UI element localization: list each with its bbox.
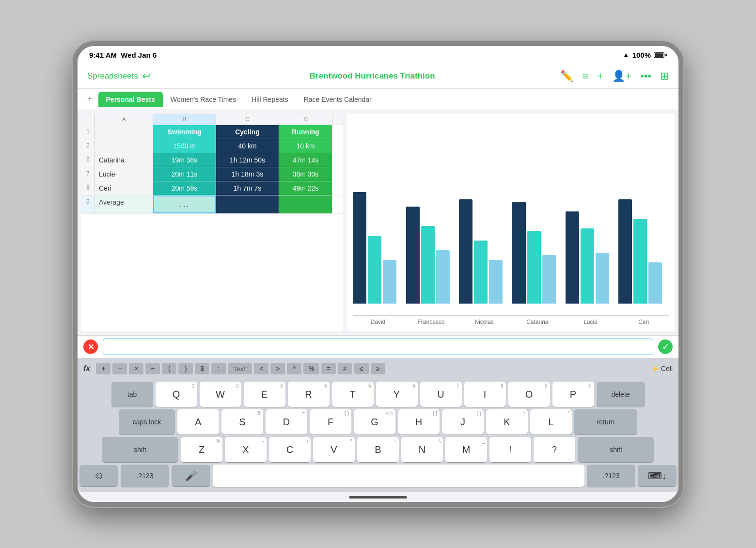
- add-icon[interactable]: +: [597, 70, 603, 82]
- tab-key[interactable]: tab: [111, 382, 153, 407]
- cell-b2[interactable]: 1500 m: [153, 139, 216, 153]
- cell-d2[interactable]: 10 km: [279, 139, 332, 153]
- tab-personal-bests[interactable]: Personal Bests: [98, 92, 163, 107]
- key-question[interactable]: ?: [534, 437, 575, 462]
- emoji-key[interactable]: ☺: [79, 465, 118, 486]
- key-g[interactable]: < > G: [354, 409, 395, 435]
- cell-d9[interactable]: [279, 195, 332, 213]
- cell-b7[interactable]: 20m 11s: [153, 167, 216, 181]
- cell-ref-button[interactable]: ⚡ Cell: [651, 365, 673, 372]
- key-v[interactable]: * V: [313, 437, 355, 462]
- cell-c6[interactable]: 1h 12m 50s: [216, 153, 279, 167]
- key-r[interactable]: 4 R: [288, 382, 330, 407]
- key-e[interactable]: 3 E: [244, 382, 285, 407]
- space-key[interactable]: [213, 465, 584, 487]
- key-u[interactable]: 7 U: [420, 382, 462, 407]
- fx-lte[interactable]: ≤: [354, 363, 369, 374]
- punct-key[interactable]: .?123: [121, 465, 169, 487]
- share-icon[interactable]: 👤+: [612, 70, 631, 82]
- fx-lparen[interactable]: (: [162, 363, 176, 374]
- fx-percent[interactable]: %: [303, 363, 319, 374]
- tools-icon[interactable]: ✏️: [560, 70, 573, 82]
- capslock-key[interactable]: caps lock: [119, 409, 175, 435]
- key-p[interactable]: 0 P: [552, 382, 594, 407]
- fx-minus[interactable]: −: [112, 363, 127, 374]
- key-l[interactable]: " L: [530, 409, 572, 435]
- key-s[interactable]: & S: [221, 409, 263, 435]
- fx-plus[interactable]: +: [96, 363, 110, 374]
- key-n[interactable]: \ N: [401, 437, 443, 462]
- cell-d7[interactable]: 38m 30s: [279, 167, 332, 181]
- fx-colon[interactable]: :: [211, 363, 226, 374]
- cell-c2[interactable]: 40 km: [216, 139, 279, 153]
- cell-d1[interactable]: Running: [279, 125, 332, 139]
- key-d[interactable]: = D: [266, 409, 307, 435]
- cell-b1[interactable]: Swimming: [153, 125, 216, 139]
- col-header-b[interactable]: B: [153, 114, 216, 125]
- col-header-a[interactable]: A: [95, 114, 153, 125]
- tab-hill-repeats[interactable]: Hill Repeats: [244, 92, 296, 107]
- more-icon[interactable]: •••: [640, 70, 651, 82]
- cell-b6[interactable]: 19m 38s: [153, 153, 216, 167]
- formula-input[interactable]: [103, 338, 653, 355]
- keyboard[interactable]: tab 1 Q 2 W 3 E 4 R 5 T 6: [78, 379, 678, 492]
- cell-a9[interactable]: Average: [95, 195, 153, 213]
- fx-text[interactable]: "text": [228, 363, 252, 374]
- key-h[interactable]: [ ] H: [398, 409, 440, 435]
- fx-caret[interactable]: ^: [287, 363, 301, 374]
- delete-key[interactable]: delete: [597, 382, 645, 407]
- shift-key-left[interactable]: shift: [102, 437, 178, 462]
- key-i[interactable]: 8 I: [464, 382, 506, 407]
- key-a[interactable]: A: [177, 409, 219, 435]
- cell-c7[interactable]: 1h 18m 3s: [216, 167, 279, 181]
- cell-b9-selected[interactable]: ...: [153, 195, 216, 213]
- hide-keyboard-key[interactable]: ⌨↓: [638, 465, 677, 486]
- cell-c9[interactable]: [216, 195, 279, 213]
- confirm-button[interactable]: ✓: [658, 339, 673, 354]
- key-z[interactable]: % Z: [181, 437, 222, 462]
- key-q[interactable]: 1 Q: [156, 382, 197, 407]
- microphone-key[interactable]: 🎤: [172, 465, 210, 486]
- key-j[interactable]: ( ) J: [442, 409, 484, 435]
- fx-lt[interactable]: <: [254, 363, 268, 374]
- tab-race-events-calendar[interactable]: Race Events Calendar: [296, 92, 379, 107]
- key-b[interactable]: + B: [357, 437, 399, 462]
- key-x[interactable]: - X: [225, 437, 267, 462]
- cell-a1[interactable]: [95, 125, 153, 139]
- cell-a8[interactable]: Ceri: [95, 181, 153, 195]
- fx-divide[interactable]: ÷: [145, 363, 160, 374]
- cell-a7[interactable]: Lucie: [95, 167, 153, 181]
- col-header-c[interactable]: C: [216, 114, 279, 125]
- tab-womens-race-times[interactable]: Women's Race Times: [163, 92, 244, 107]
- cell-d6[interactable]: 47m 14s: [279, 153, 332, 167]
- fx-dollar[interactable]: $: [195, 363, 209, 374]
- cell-d8[interactable]: 49m 22s: [279, 181, 332, 195]
- back-button[interactable]: Spreadsheets: [87, 71, 138, 81]
- cell-a6[interactable]: Catarina: [95, 153, 153, 167]
- cell-a2[interactable]: [95, 139, 153, 153]
- fx-gte[interactable]: ≥: [371, 363, 385, 374]
- key-c[interactable]: / C: [269, 437, 311, 462]
- fx-rparen[interactable]: ): [178, 363, 193, 374]
- cancel-button[interactable]: ✕: [83, 339, 98, 354]
- key-f[interactable]: { } F: [310, 409, 351, 435]
- key-t[interactable]: 5 T: [332, 382, 374, 407]
- key-y[interactable]: 6 Y: [376, 382, 418, 407]
- table-icon[interactable]: ⊞: [660, 70, 669, 82]
- key-k[interactable]: : K: [486, 409, 528, 435]
- fx-notequal[interactable]: ≠: [338, 363, 352, 374]
- cell-c1[interactable]: Cycling: [216, 125, 279, 139]
- return-key[interactable]: return: [574, 409, 637, 435]
- add-sheet-button[interactable]: +: [85, 92, 94, 106]
- punct-key-right[interactable]: .?123: [587, 465, 635, 487]
- col-header-d[interactable]: D: [279, 114, 332, 125]
- key-exclaim[interactable]: !: [489, 437, 531, 462]
- key-m[interactable]: _ M: [445, 437, 487, 462]
- key-o[interactable]: 9 O: [508, 382, 550, 407]
- cell-b8[interactable]: 20m 59s: [153, 181, 216, 195]
- fx-equals[interactable]: =: [321, 363, 336, 374]
- key-w[interactable]: 2 W: [200, 382, 241, 407]
- cell-c8[interactable]: 1h 7m 7s: [216, 181, 279, 195]
- fx-gt[interactable]: >: [270, 363, 285, 374]
- fx-multiply[interactable]: ×: [129, 363, 143, 374]
